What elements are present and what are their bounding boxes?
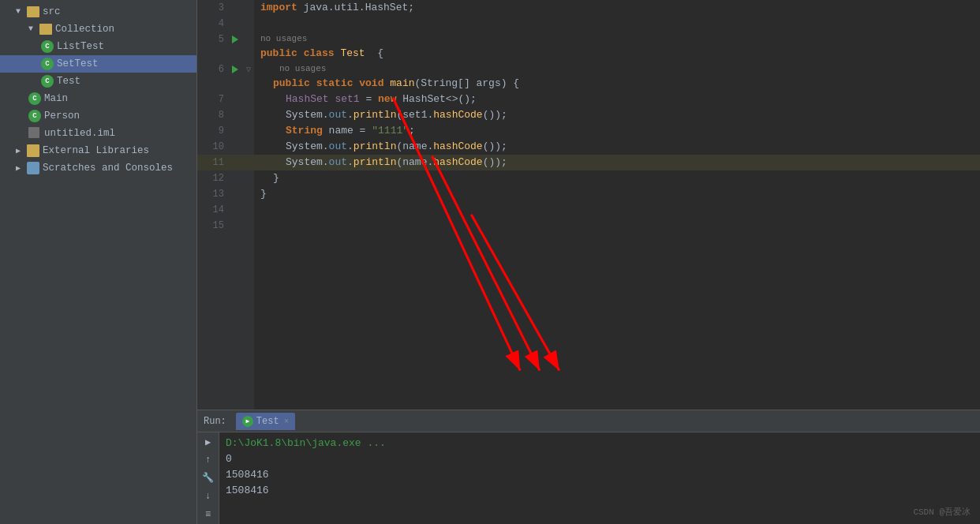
fold-nousages1 <box>243 47 254 62</box>
gutter-nousages1 <box>227 47 243 62</box>
run-up-button[interactable]: ↑ <box>200 454 216 467</box>
gutter-15 <box>227 218 243 234</box>
code-editor[interactable]: 3 4 5 6 7 8 9 10 11 12 13 14 15 <box>197 0 980 410</box>
code-line-10: System.out.println(name.hashCode()); <box>254 139 980 155</box>
sidebar-item-settest[interactable]: C SetTest <box>0 55 196 73</box>
run-label: Run: <box>200 416 230 427</box>
sidebar-label-settest: SetTest <box>57 58 99 69</box>
class-icon: C <box>28 110 41 122</box>
extlib-icon <box>27 144 39 157</box>
scratch-icon <box>27 162 39 174</box>
tab-run-icon: ▶ <box>242 416 253 427</box>
sidebar-label-person: Person <box>44 110 80 122</box>
code-line-4 <box>254 16 980 32</box>
gutter-13 <box>227 186 243 202</box>
code-line-15 <box>254 218 980 234</box>
line-num-14: 14 <box>197 202 227 218</box>
sidebar-item-listtest[interactable]: C ListTest <box>0 38 196 55</box>
gutter-9 <box>227 123 243 139</box>
tab-label: Test <box>256 416 279 427</box>
run-tabs-bar: Run: ▶ Test × <box>197 410 980 432</box>
gutter-4 <box>227 16 243 32</box>
output-line-1508416-2: 1508416 <box>226 483 974 499</box>
sidebar-label-test: Test <box>57 76 80 87</box>
line-num-4: 4 <box>197 16 227 32</box>
run-gutter <box>227 0 243 410</box>
gutter-12 <box>227 170 243 186</box>
code-content[interactable]: import java.util.HashSet; no usages publ… <box>254 0 980 410</box>
line-num-13: 13 <box>197 186 227 202</box>
code-line-12: } <box>254 170 980 186</box>
gutter-6[interactable] <box>227 62 243 77</box>
code-line-8: System.out.println(set1.hashCode()); <box>254 107 980 123</box>
gutter-3 <box>227 0 243 16</box>
iml-icon <box>28 127 41 140</box>
sidebar-label-scratches: Scratches and Consoles <box>43 163 173 174</box>
sidebar-label-main: Main <box>44 93 68 104</box>
editor-area: 3 4 5 6 7 8 9 10 11 12 13 14 15 <box>197 0 980 524</box>
run-lines-button[interactable]: ≡ <box>200 507 216 521</box>
sidebar-item-main[interactable]: C Main <box>0 90 196 107</box>
fold-10 <box>243 139 254 155</box>
folder-icon <box>27 6 39 17</box>
sidebar-label-iml: untitled.iml <box>44 128 115 139</box>
tab-close-icon[interactable]: × <box>284 417 290 426</box>
output-line-1508416-1: 1508416 <box>226 467 974 483</box>
sidebar-label-extlibs: External Libraries <box>43 145 149 156</box>
sidebar-item-collection[interactable]: Collection <box>0 21 196 38</box>
fold-nousages2 <box>243 77 254 92</box>
sidebar-item-iml[interactable]: untitled.iml <box>0 125 196 142</box>
class-icon: C <box>41 75 54 88</box>
fold-gutter: ▽ <box>243 0 254 410</box>
line-num-15: 15 <box>197 218 227 234</box>
sidebar-item-extlibs[interactable]: External Libraries <box>0 142 196 159</box>
folder-icon <box>39 24 52 35</box>
gutter-11 <box>227 155 243 170</box>
code-line-14 <box>254 202 980 218</box>
run-content: ▶ ↑ 🔧 ↓ ≡ D:\JoK1.8\bin\java.exe ... 0 1… <box>197 432 980 524</box>
arrow-icon <box>16 163 25 173</box>
fold-12 <box>243 170 254 186</box>
sidebar-item-src[interactable]: src <box>0 3 196 21</box>
line-num-3: 3 <box>197 0 227 16</box>
code-line-6: public static void main(String[] args) { <box>254 76 980 92</box>
no-usages-main: no usages <box>254 62 980 76</box>
output-line-0: 0 <box>226 451 974 467</box>
project-sidebar: src Collection C ListTest C SetTest C Te… <box>0 0 197 524</box>
sidebar-item-scratches[interactable]: Scratches and Consoles <box>0 159 196 177</box>
arrow-icon <box>28 24 38 34</box>
line-num-9: 9 <box>197 123 227 139</box>
run-toolbar: ▶ ↑ 🔧 ↓ ≡ <box>197 432 219 524</box>
arrow-icon <box>16 7 25 17</box>
watermark: CSDN @吾爱冰 <box>913 506 971 518</box>
gutter-5[interactable] <box>227 32 243 47</box>
class-icon: C <box>41 40 54 53</box>
run-down-button[interactable]: ↓ <box>200 489 216 503</box>
fold-7 <box>243 92 254 107</box>
run-play-button[interactable]: ▶ <box>200 436 216 449</box>
line-num-10: 10 <box>197 139 227 155</box>
no-usages-class: no usages <box>254 32 980 46</box>
code-line-13: } <box>254 186 980 202</box>
sidebar-item-person[interactable]: C Person <box>0 107 196 125</box>
gutter-10 <box>227 139 243 155</box>
sidebar-label-src: src <box>43 6 61 17</box>
run-tab-test[interactable]: ▶ Test × <box>236 413 295 430</box>
run-class-button[interactable] <box>232 36 238 43</box>
fold-6[interactable]: ▽ <box>243 62 254 77</box>
fold-11 <box>243 155 254 170</box>
code-line-9: String name = "1111"; <box>254 123 980 139</box>
line-num-12: 12 <box>197 170 227 186</box>
arrow-icon <box>16 146 25 155</box>
fold-4 <box>243 16 254 32</box>
line-num-5: 5 <box>197 32 227 47</box>
sidebar-label-listtest: ListTest <box>57 41 104 52</box>
run-output: D:\JoK1.8\bin\java.exe ... 0 1508416 150… <box>219 432 980 524</box>
run-main-button[interactable] <box>232 66 238 73</box>
run-wrench-button[interactable]: 🔧 <box>200 472 216 485</box>
fold-icon[interactable]: ▽ <box>246 65 251 74</box>
fold-9 <box>243 123 254 139</box>
sidebar-item-test[interactable]: C Test <box>0 73 196 90</box>
line-num-8: 8 <box>197 107 227 123</box>
line-num-7: 7 <box>197 92 227 107</box>
